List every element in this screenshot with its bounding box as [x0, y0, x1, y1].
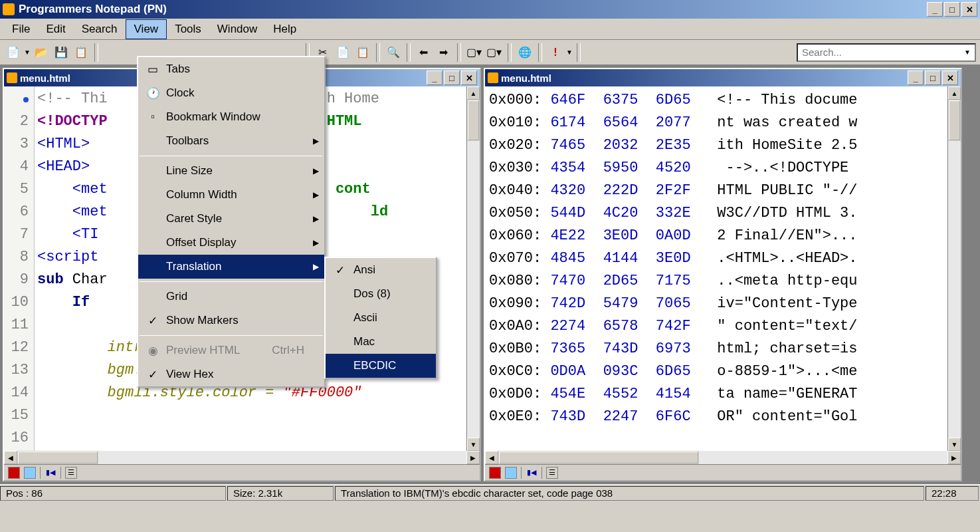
save-button[interactable]: 💾 [52, 43, 70, 62]
status-indicator-1[interactable] [8, 467, 20, 479]
maximize-button[interactable]: □ [944, 2, 960, 17]
vertical-scrollbar[interactable]: ▲ ▼ [947, 86, 961, 451]
menu-item-ebcdic[interactable]: EBCDIC [326, 354, 436, 378]
status-time: 22:28 [926, 486, 979, 501]
open-file-button[interactable]: 📂 [32, 43, 50, 62]
menu-item-mac[interactable]: Mac [326, 330, 436, 354]
scroll-down-button[interactable]: ▼ [948, 438, 961, 451]
doc-maximize-button[interactable]: □ [925, 70, 941, 85]
menu-item-tabs[interactable]: ▭Tabs [138, 57, 324, 81]
search-input[interactable] [802, 47, 964, 58]
alert-button[interactable]: ! [546, 43, 565, 62]
view-toggle-button[interactable]: ☰ [65, 467, 77, 479]
status-indicator-1[interactable] [489, 467, 501, 479]
status-pos: Pos : 86 [0, 486, 226, 501]
close-button[interactable]: ✕ [961, 2, 977, 17]
save-all-button[interactable]: 📋 [72, 43, 90, 62]
menu-item-ascii[interactable]: Ascii [326, 306, 436, 330]
scroll-thumb-h[interactable] [18, 452, 98, 464]
copy-button[interactable]: 📄 [334, 43, 352, 62]
paste-button[interactable]: 📋 [353, 43, 372, 62]
right-doc-content[interactable]: 0x000: 646F 6375 6D65 <!-- This docume0x… [485, 86, 961, 451]
hex-editor[interactable]: 0x000: 646F 6375 6D65 <!-- This docume0x… [485, 86, 947, 451]
menu-item-view-hex[interactable]: ✓View Hex [138, 362, 324, 386]
scroll-thumb[interactable] [949, 100, 960, 140]
scroll-left-button[interactable]: ◀ [4, 451, 17, 464]
menu-item-line-size[interactable]: Line Size▶ [138, 159, 324, 183]
menu-search[interactable]: Search [74, 20, 126, 39]
status-size: Size: 2.31k [227, 486, 334, 501]
scroll-right-button[interactable]: ▶ [466, 451, 480, 464]
right-doc-titlebar: menu.html _ □ ✕ [485, 69, 961, 86]
find-button[interactable]: 🔍 [384, 43, 403, 62]
status-indicator-2[interactable] [505, 467, 517, 479]
dropdown-2[interactable]: ▢▾ [485, 43, 504, 62]
doc-minimize-button[interactable]: _ [908, 70, 924, 85]
titlebar: Programmers Notepad (PN) _ □ ✕ [0, 0, 980, 19]
menu-item-clock[interactable]: 🕐Clock [138, 81, 324, 105]
search-box[interactable]: ▼ [797, 43, 976, 62]
statusbar: Pos : 86 Size: 2.31k Translation to IBM(… [0, 484, 980, 501]
menubar: FileEditSearchViewToolsWindowHelp [0, 19, 980, 40]
doc-maximize-button[interactable]: □ [444, 70, 460, 85]
file-icon [7, 72, 17, 83]
vertical-scrollbar[interactable]: ▲ ▼ [466, 86, 480, 451]
new-file-button[interactable]: 📄 [4, 43, 23, 62]
menu-item-toolbars[interactable]: Toolbars▶ [138, 129, 324, 153]
menu-item-show-markers[interactable]: ✓Show Markers [138, 309, 324, 332]
menu-item-ansi[interactable]: ✓Ansi [326, 258, 436, 282]
scroll-down-button[interactable]: ▼ [467, 438, 480, 451]
menu-item-caret-style[interactable]: Caret Style▶ [138, 207, 324, 231]
scroll-up-button[interactable]: ▲ [467, 86, 480, 100]
status-hint: Translation to IBM(TM)'s ebcdic characte… [335, 486, 924, 501]
view-menu: ▭Tabs🕐Clock▫Bookmark WindowToolbars▶Line… [137, 56, 326, 388]
menu-item-grid[interactable]: Grid [138, 285, 324, 309]
globe-button[interactable]: 🌐 [516, 43, 534, 62]
right-doc-statusbar: ▮◀ ☰ [485, 464, 961, 480]
app-title: Programmers Notepad (PN) [19, 3, 927, 16]
menu-edit[interactable]: Edit [38, 20, 73, 39]
nav-first-button[interactable]: ▮◀ [45, 467, 56, 479]
scroll-thumb-h[interactable] [499, 452, 698, 464]
view-toggle-button[interactable]: ☰ [546, 467, 558, 479]
indent-button[interactable]: ➡ [435, 43, 453, 62]
doc-minimize-button[interactable]: _ [427, 70, 442, 85]
dropdown-1[interactable]: ▢▾ [465, 43, 484, 62]
translation-submenu: ✓AnsiDos (8)AsciiMacEBCDIC [324, 257, 437, 379]
file-icon [488, 72, 498, 83]
right-document-window: menu.html _ □ ✕ 0x000: 646F 6375 6D65 <!… [484, 68, 962, 481]
menu-item-column-width[interactable]: Column Width▶ [138, 183, 324, 207]
scroll-thumb[interactable] [468, 100, 479, 140]
menu-item-translation[interactable]: Translation▶ [138, 255, 324, 279]
menu-view[interactable]: View [126, 19, 167, 39]
horizontal-scrollbar[interactable]: ◀ ▶ [4, 451, 480, 464]
menu-item-dos-8-[interactable]: Dos (8) [326, 282, 436, 306]
line-gutter: 2345678910111213141516 [4, 86, 35, 451]
window-buttons: _ □ ✕ [927, 2, 977, 17]
status-indicator-2[interactable] [24, 467, 36, 479]
scroll-left-button[interactable]: ◀ [485, 451, 498, 464]
minimize-button[interactable]: _ [927, 2, 943, 17]
scroll-right-button[interactable]: ▶ [947, 451, 961, 464]
right-doc-title: menu.html [501, 72, 908, 84]
app-icon [3, 3, 15, 15]
doc-close-button[interactable]: ✕ [461, 70, 477, 85]
chevron-down-icon[interactable]: ▼ [964, 49, 971, 56]
doc-close-button[interactable]: ✕ [942, 70, 958, 85]
menu-item-offset-display[interactable]: Offset Display▶ [138, 231, 324, 255]
menu-window[interactable]: Window [209, 20, 265, 39]
menu-tools[interactable]: Tools [167, 20, 209, 39]
scroll-up-button[interactable]: ▲ [948, 86, 961, 100]
outdent-button[interactable]: ⬅ [415, 43, 433, 62]
menu-item-bookmark-window[interactable]: ▫Bookmark Window [138, 105, 324, 129]
menu-file[interactable]: File [4, 20, 38, 39]
nav-first-button[interactable]: ▮◀ [526, 467, 538, 479]
menu-help[interactable]: Help [265, 20, 304, 39]
menu-item-preview-html: ◉Preview HTMLCtrl+H [138, 338, 324, 362]
left-doc-statusbar: ▮◀ ☰ [4, 464, 480, 480]
horizontal-scrollbar[interactable]: ◀ ▶ [485, 451, 961, 464]
